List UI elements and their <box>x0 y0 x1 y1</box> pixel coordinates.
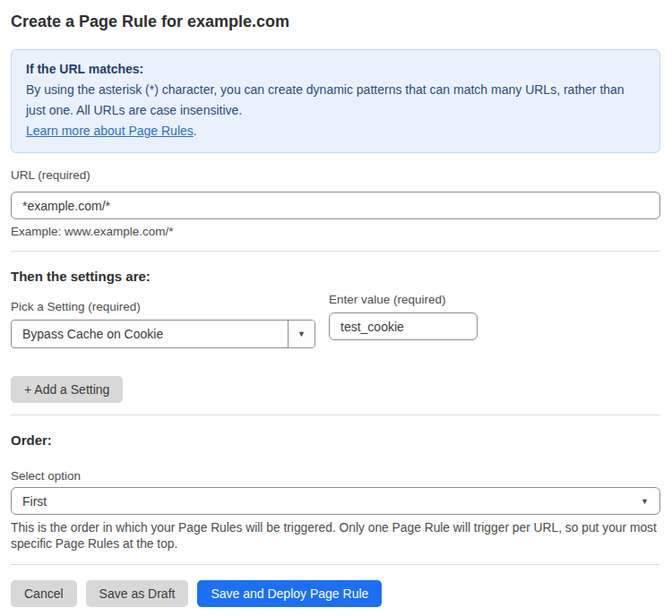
info-box-link-line: Learn more about Page Rules. <box>26 121 645 141</box>
setting-select-value: Bypass Cache on Cookie <box>12 327 288 341</box>
setting-select-label: Pick a Setting (required) <box>11 300 315 314</box>
info-box-heading: If the URL matches: <box>26 59 645 80</box>
divider <box>11 251 660 252</box>
form-actions: Cancel Save as Draft Save and Deploy Pag… <box>11 580 660 607</box>
info-box-body: By using the asterisk (*) character, you… <box>26 80 645 121</box>
learn-more-link[interactable]: Learn more about Page Rules <box>26 124 194 138</box>
cancel-button[interactable]: Cancel <box>11 580 77 607</box>
setting-value-column: Enter value (required) <box>329 293 478 340</box>
order-section-heading: Order: <box>11 432 660 449</box>
order-select-value: First <box>22 494 47 509</box>
order-select[interactable]: First ▼ <box>11 487 660 515</box>
setting-row: Pick a Setting (required) Bypass Cache o… <box>11 285 660 348</box>
settings-section-heading: Then the settings are: <box>11 269 660 285</box>
link-period: . <box>194 124 197 138</box>
setting-value-label: Enter value (required) <box>329 293 478 307</box>
add-setting-button[interactable]: + Add a Setting <box>11 376 123 403</box>
url-input[interactable] <box>11 192 660 219</box>
divider <box>11 564 660 565</box>
divider <box>11 415 660 415</box>
save-and-deploy-button[interactable]: Save and Deploy Page Rule <box>197 580 382 607</box>
create-page-rule-form: Create a Page Rule for example.com If th… <box>0 0 672 616</box>
url-helper-text: Example: www.example.com/* <box>11 225 660 239</box>
save-as-draft-button[interactable]: Save as Draft <box>86 580 189 607</box>
url-label: URL (required) <box>11 168 660 183</box>
order-select-label: Select option <box>11 469 660 483</box>
order-helper-text: This is the order in which your Page Rul… <box>11 520 659 552</box>
chevron-down-icon[interactable]: ▼ <box>288 321 314 347</box>
chevron-down-icon: ▼ <box>641 497 649 506</box>
url-matches-info-box: If the URL matches: By using the asteris… <box>11 49 660 153</box>
setting-select[interactable]: Bypass Cache on Cookie ▼ <box>11 320 315 348</box>
setting-value-input[interactable] <box>329 312 478 340</box>
setting-select-column: Pick a Setting (required) Bypass Cache o… <box>11 285 315 348</box>
page-title: Create a Page Rule for example.com <box>11 11 660 32</box>
